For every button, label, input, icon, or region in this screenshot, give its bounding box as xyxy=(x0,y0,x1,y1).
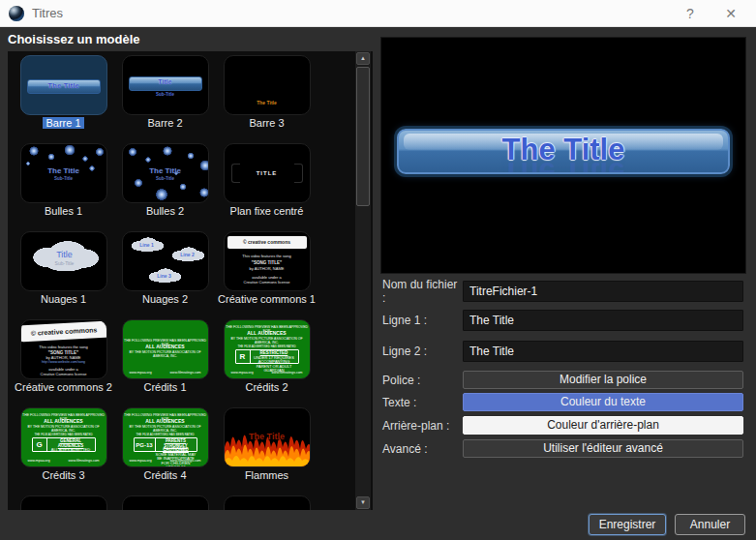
template-name-label: Crédits 3 xyxy=(13,469,114,482)
thumbnail-bulles-1: The Title Sub-Title xyxy=(20,143,107,203)
mpaa-line: ALL AUDIENCES xyxy=(123,344,208,349)
template-item-bulles-2[interactable]: The Title Sub-Title Bulles 2 xyxy=(114,143,216,231)
rating-box-pg13: PG-13 PARENTS STRONGLY CAUTIONED SOME MA… xyxy=(134,437,197,452)
template-item-partial[interactable] xyxy=(216,495,318,510)
rating-letter: G xyxy=(33,438,47,451)
thumbnail-credits-1: THE FOLLOWING PREVIEW HAS BEEN APPROVED … xyxy=(122,319,209,379)
template-name-label: Bulles 2 xyxy=(114,205,216,218)
rating-letter: R xyxy=(236,350,251,363)
template-item-creative-commons-2[interactable]: © creative commons This video features t… xyxy=(13,319,114,407)
mpaa-footer: www.mpaa.orgwww.filmratings.com xyxy=(28,459,100,463)
list-scrollbar[interactable]: ▲ ▼ xyxy=(355,51,371,510)
template-item-partial[interactable] xyxy=(13,495,114,510)
template-item-bulles-1[interactable]: The Title Sub-Title Bulles 1 xyxy=(13,143,114,231)
mpaa-footer: www.mpaa.orgwww.filmratings.com xyxy=(130,459,201,463)
mpaa-line: ALL AUDIENCES xyxy=(123,418,208,424)
advanced-label: Avancé : xyxy=(382,442,463,456)
rating-letter: PG-13 xyxy=(135,438,156,451)
template-item-credits-4[interactable]: THE FOLLOWING PREVIEW HAS BEEN APPROVED … xyxy=(114,407,216,495)
thumbnail-credits-3: THE FOLLOWING PREVIEW HAS BEEN APPROVED … xyxy=(20,407,107,467)
font-label: Police : xyxy=(382,374,463,387)
thumb-title-text: Title xyxy=(31,250,99,259)
template-item-flammes[interactable]: The Title Flammes xyxy=(216,407,318,495)
mpaa-line: THE FILM ADVERTISED HAS BEEN RATED xyxy=(21,433,106,436)
cc-line: This video features the song xyxy=(21,345,106,349)
thumb-title-text: TITLE xyxy=(225,170,310,176)
rating-text: PARENTS STRONGLY CAUTIONED SOME MATERIAL… xyxy=(156,438,197,451)
preview-title-bar: The Title The Title xyxy=(397,129,730,174)
close-icon[interactable]: ✕ xyxy=(713,0,748,27)
mpaa-line: ALL AUDIENCES xyxy=(225,330,310,336)
cloud-line-1: Line 1 xyxy=(131,236,164,254)
rating-text: RESTRICTED UNDER 17 REQUIRES ACCOMPANYIN… xyxy=(251,350,298,363)
template-list: The Title Barre 1 Title Sub-Title Barre … xyxy=(8,51,373,510)
filename-label: Nom du fichier : xyxy=(382,278,463,305)
cc-line: This video features the song xyxy=(225,254,310,258)
mpaa-line: BY THE MOTION PICTURE ASSOCIATION OF AME… xyxy=(225,337,310,345)
thumbnail-barre-2: Title Sub-Title xyxy=(122,55,209,115)
filename-input[interactable] xyxy=(463,281,743,302)
scrollbar-thumb[interactable] xyxy=(356,67,370,206)
rating-box-r: R RESTRICTED UNDER 17 REQUIRES ACCOMPANY… xyxy=(235,349,299,364)
cc-logo-band: © creative commons xyxy=(20,321,107,343)
save-button[interactable]: Enregistrer xyxy=(589,514,666,535)
help-button[interactable]: ? xyxy=(676,0,705,27)
thumbnail-partial xyxy=(224,495,311,510)
thumb-title-text: The Title xyxy=(123,166,208,175)
titles-dialog: Titres ? ✕ Choisissez un modèle The Titl… xyxy=(0,0,756,540)
cloud-line-3: Line 3 xyxy=(148,267,181,285)
thumbnail-nuages-1: Title Sub-Title xyxy=(20,231,107,291)
app-icon xyxy=(9,6,24,21)
thumbnail-partial xyxy=(122,495,209,510)
cloud-shape: Title Sub-Title xyxy=(31,238,99,275)
scroll-up-icon[interactable]: ▲ xyxy=(356,52,370,65)
thumb-subtitle-text: Sub-Title xyxy=(123,176,208,181)
background-label: Arrière-plan : xyxy=(382,419,463,433)
text-color-button[interactable]: Couleur du texte xyxy=(463,393,743,411)
thumbnail-partial xyxy=(20,495,107,510)
line2-input[interactable] xyxy=(463,341,743,362)
template-name-label: Plan fixe centré xyxy=(216,205,318,218)
template-item-barre-1[interactable]: The Title Barre 1 xyxy=(13,55,114,143)
cc-url-line: http://www.website.com/song xyxy=(21,360,106,364)
scroll-down-icon[interactable]: ▼ xyxy=(356,496,370,509)
template-name-label: Créative commons 2 xyxy=(13,381,114,394)
thumbnail-cc-1: © creative commons This video features t… xyxy=(224,231,311,291)
template-item-credits-2[interactable]: THE FOLLOWING PREVIEW HAS BEEN APPROVED … xyxy=(216,319,318,407)
cc-line: Creative Commons license xyxy=(21,372,106,376)
modify-font-button[interactable]: Modifier la police xyxy=(463,371,743,389)
thumb-title-text: The Title xyxy=(225,100,310,105)
template-item-nuages-1[interactable]: Title Sub-Title Nuages 1 xyxy=(13,231,114,319)
title-bar: Titres ? ✕ xyxy=(0,0,756,27)
background-color-button[interactable]: Couleur d'arrière-plan xyxy=(463,416,743,435)
template-item-barre-2[interactable]: Title Sub-Title Barre 2 xyxy=(114,55,216,143)
cc-line: Creative Commons license xyxy=(225,280,310,285)
template-item-nuages-2[interactable]: Line 1 Line 2 Line 3 Nuages 2 xyxy=(114,231,216,319)
line1-input[interactable] xyxy=(463,310,743,331)
template-item-partial[interactable] xyxy=(114,495,216,510)
thumbnail-credits-2: THE FOLLOWING PREVIEW HAS BEEN APPROVED … xyxy=(224,319,311,379)
template-name-label: Crédits 1 xyxy=(114,381,216,394)
template-name-label: Nuages 2 xyxy=(114,293,216,306)
template-item-barre-3[interactable]: The Title Barre 3 xyxy=(216,55,318,143)
thumb-title-text: The Title xyxy=(225,432,310,441)
thumb-title-text: The Title xyxy=(21,81,106,90)
advanced-editor-button[interactable]: Utiliser l'éditeur avancé xyxy=(463,439,743,458)
cancel-button[interactable]: Annuler xyxy=(675,514,745,535)
line2-label: Ligne 2 : xyxy=(382,345,463,358)
mpaa-footer: www.mpaa.orgwww.filmratings.com xyxy=(130,371,201,375)
thumbnail-bulles-2: The Title Sub-Title xyxy=(122,143,209,203)
thumbnail-cc-2: © creative commons This video features t… xyxy=(20,319,107,379)
thumb-subtitle-text: Sub-Title xyxy=(21,176,106,181)
template-name-label: Bulles 1 xyxy=(13,205,114,218)
template-item-credits-3[interactable]: THE FOLLOWING PREVIEW HAS BEEN APPROVED … xyxy=(13,407,114,495)
template-item-plan-fixe-centre[interactable]: TITLE Plan fixe centré xyxy=(216,143,318,231)
window-title: Titres xyxy=(32,6,63,20)
thumb-subtitle-text: Sub-Title xyxy=(31,260,99,266)
thumb-title-text: Title xyxy=(123,78,208,85)
rating-text: GENERAL AUDIENCES ALL AGES ADMITTED xyxy=(47,438,95,451)
template-name-label: Créative commons 1 xyxy=(216,293,318,306)
template-name-label: Crédits 4 xyxy=(114,469,216,482)
template-item-credits-1[interactable]: THE FOLLOWING PREVIEW HAS BEEN APPROVED … xyxy=(114,319,216,407)
template-item-creative-commons-1[interactable]: © creative commons This video features t… xyxy=(216,231,318,319)
